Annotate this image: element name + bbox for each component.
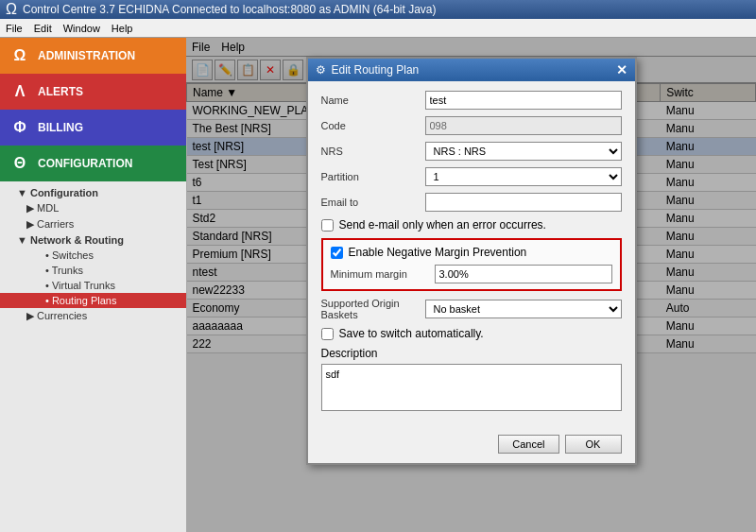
content-area: File Help 📄 ✏️ 📋 ✕ 🔒 Name ▼ e-mail to Sw… [186,38,756,532]
form-row-email: Email to [321,193,622,212]
send-email-label: Send e-mail only when an error occurres. [339,218,546,232]
cancel-button[interactable]: Cancel [498,435,558,454]
form-row-save-switch: Save to switch automatically. [321,327,622,340]
sidebar-item-administration[interactable]: Ω ADMINISTRATION [0,38,186,74]
menu-edit[interactable]: Edit [34,23,52,34]
admin-label: ADMINISTRATION [38,49,135,62]
sidebar-item-configuration[interactable]: Θ CONFIGURATION [0,146,186,181]
modal-footer: Cancel OK [308,429,635,463]
form-row-description: Description sdf [321,347,622,414]
description-textarea[interactable]: sdf [321,364,622,411]
menu-file[interactable]: File [6,23,23,34]
theta-icon: Θ [9,153,30,174]
title-bar: Ω Control Centre 3.7 ECHIDNA Connected t… [0,0,756,19]
billing-label: BILLING [38,121,83,134]
menu-help[interactable]: Help [112,23,133,34]
modal-body: Name Code NRS NRS : NRS [308,81,635,429]
phi-icon: Φ [9,117,30,138]
tree-item-mdl[interactable]: ▶ MDL [0,200,186,216]
main-menu-bar: File Edit Window Help [0,19,756,38]
enable-negative-margin-label: Enable Negative Margin Prevention [349,246,527,259]
negative-margin-section: Enable Negative Margin Prevention Minimu… [321,238,622,291]
save-switch-label: Save to switch automatically. [339,327,484,340]
tree-item-switches[interactable]: • Switches [0,248,186,263]
tree-item-routing-plans[interactable]: • Routing Plans [0,293,186,308]
form-row-origin-baskets: Supported Origin Baskets No basket [321,298,622,320]
modal-overlay: ⚙ Edit Routing Plan ✕ Name Code [186,38,756,532]
name-input[interactable] [425,91,622,110]
tree-item-currencies[interactable]: ▶ Currencies [0,308,186,324]
modal-title-icon: ⚙ [316,63,326,77]
enable-negative-margin-checkbox[interactable] [331,247,343,259]
save-switch-checkbox[interactable] [321,328,334,340]
partition-select[interactable]: 1 [425,167,622,186]
omega-icon: Ω [9,45,30,66]
sidebar: Ω ADMINISTRATION Λ ALERTS Φ BILLING Θ CO… [0,38,186,532]
lambda-icon: Λ [9,81,30,102]
form-row-send-email: Send e-mail only when an error occurres. [321,218,622,232]
modal-title-left: ⚙ Edit Routing Plan [316,63,420,77]
origin-baskets-select[interactable]: No basket [425,300,622,318]
min-margin-input[interactable] [435,265,612,283]
main-layout: Ω ADMINISTRATION Λ ALERTS Φ BILLING Θ CO… [0,38,756,532]
description-label: Description [321,347,378,360]
nrs-label: NRS [321,146,425,157]
send-email-checkbox[interactable] [321,219,334,232]
sidebar-item-billing[interactable]: Φ BILLING [0,110,186,146]
title-text: Control Centre 3.7 ECHIDNA Connected to … [23,3,437,16]
configuration-label: CONFIGURATION [38,157,132,170]
nrs-select[interactable]: NRS : NRS [425,142,622,161]
min-margin-label: Minimum margin [331,268,435,280]
form-row-partition: Partition 1 [321,167,622,186]
email-label: Email to [321,197,425,208]
form-row-name: Name [321,91,622,110]
menu-window[interactable]: Window [63,23,100,34]
partition-label: Partition [321,171,425,182]
code-input [425,116,622,135]
form-row-nrs: NRS NRS : NRS [321,142,622,161]
origin-baskets-label: Supported Origin Baskets [321,298,425,320]
tree-item-virtual-trunks[interactable]: • Virtual Trunks [0,278,186,293]
name-label: Name [321,94,425,106]
tree-item-configuration[interactable]: ▼ Configuration [0,185,186,200]
alerts-label: ALERTS [38,85,83,98]
email-input[interactable] [425,193,622,212]
app-icon: Ω [6,1,17,18]
tree-item-network-routing[interactable]: ▼ Network & Routing [0,232,186,248]
form-row-enable-margin: Enable Negative Margin Prevention [331,246,612,259]
form-row-min-margin: Minimum margin [331,265,612,283]
form-row-code: Code [321,116,622,135]
modal-title-bar: ⚙ Edit Routing Plan ✕ [308,59,635,81]
modal-close-button[interactable]: ✕ [616,62,627,77]
tree-item-trunks[interactable]: • Trunks [0,263,186,278]
code-label: Code [321,120,425,131]
ok-button[interactable]: OK [565,435,622,454]
modal-title-text: Edit Routing Plan [332,63,420,77]
sidebar-item-alerts[interactable]: Λ ALERTS [0,74,186,110]
edit-routing-plan-dialog: ⚙ Edit Routing Plan ✕ Name Code [306,57,637,465]
tree-item-carriers[interactable]: ▶ Carriers [0,216,186,232]
tree-section: ▼ Configuration ▶ MDL ▶ Carriers ▼ Netwo… [0,181,186,532]
